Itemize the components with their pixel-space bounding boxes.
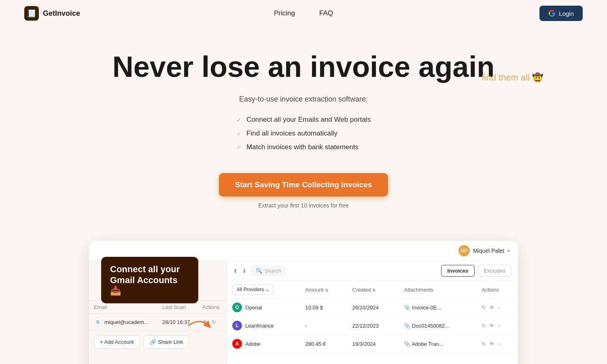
- cta-section: Start Saving Time Collecting Invoices Ex…: [8, 173, 599, 209]
- provider-cell: A Adobe: [227, 335, 300, 353]
- attachment-icon: 📎: [404, 323, 410, 329]
- logo-text: GetInvoice: [43, 9, 80, 18]
- features-list: ✓ Connect all your Emails and Web portal…: [236, 116, 371, 157]
- provider-cell: O Openai: [227, 298, 300, 317]
- attachment-cell: 📎 Invoice-0E...: [398, 298, 476, 317]
- arrow-icon: [184, 309, 216, 342]
- col-amount: Amount ⇅: [300, 281, 347, 298]
- provider-cell: L Leanfinance: [227, 317, 300, 335]
- feature-1: ✓ Connect all your Emails and Web portal…: [236, 116, 371, 124]
- hero-subtitle: Easy-to-use invoice extraction software:: [8, 95, 599, 104]
- search-placeholder: Search: [265, 268, 281, 274]
- excluded-filter-button[interactable]: Excluded: [478, 265, 511, 277]
- hero-section: Never lose an invoice again find them al…: [0, 27, 607, 225]
- view-icon[interactable]: 👁: [489, 323, 495, 329]
- sync-icon[interactable]: ↻: [482, 323, 486, 329]
- adobe-icon: A: [232, 339, 242, 349]
- row-actions: ↻ 👁 −: [476, 317, 518, 335]
- search-box[interactable]: 🔍 Search: [251, 265, 286, 276]
- row-actions: ↻ 👁 −: [476, 298, 518, 317]
- feature-3: ✓ Match invoices with bank statements: [236, 143, 371, 151]
- attachment-icon: 📎: [404, 305, 410, 311]
- nav-links: Pricing FAQ: [274, 9, 333, 17]
- pricing-link[interactable]: Pricing: [274, 9, 295, 17]
- upload-icon: ⬆: [233, 268, 238, 274]
- app-screenshot: MP Miquel Palet ▾ Connect all your Gmail…: [89, 241, 518, 364]
- navbar: 🧾 GetInvoice Pricing FAQ Login: [0, 0, 607, 27]
- all-providers-button[interactable]: All Providers ⌄: [232, 284, 274, 295]
- check-icon-2: ✓: [236, 130, 242, 138]
- hero-title: Never lose an invoice again: [112, 51, 495, 83]
- left-panel: Connect all your Gmail Accounts 📥 Email …: [89, 261, 227, 364]
- cta-button[interactable]: Start Saving Time Collecting Invoices: [219, 173, 388, 197]
- check-icon-1: ✓: [236, 116, 242, 124]
- attachment-cell: 📎 Doc01450082...: [398, 317, 476, 335]
- feature-2: ✓ Find all invoices automatically: [236, 129, 371, 138]
- invoice-row-adobe: A Adobe 280.45 € 19/3/2024 📎 Adobe Tran.…: [227, 335, 518, 353]
- download-icon: ⬇: [242, 268, 247, 274]
- logo-icon: 🧾: [24, 6, 39, 21]
- google-icon: [548, 10, 556, 17]
- user-name: Miquel Palet: [473, 248, 504, 254]
- col-actions: Actions: [476, 281, 518, 298]
- chevron-icon: ⌄: [265, 287, 270, 292]
- sync-icon[interactable]: ↻: [482, 341, 486, 347]
- attachment-cell: 📎 Adobe Tran...: [398, 335, 476, 353]
- openai-icon: O: [232, 303, 242, 312]
- minus-icon[interactable]: −: [498, 323, 501, 329]
- hero-tagline: find them all 🤠: [482, 72, 543, 83]
- leanfinance-icon: L: [232, 321, 242, 330]
- cta-subtitle: Extract your first 10 invoices for free: [8, 202, 599, 209]
- attachment-icon: 📎: [404, 341, 410, 347]
- check-icon-3: ✓: [236, 144, 242, 151]
- email-cell: G miquel@ucadem...: [89, 314, 157, 330]
- faq-link[interactable]: FAQ: [319, 9, 333, 17]
- gmail-tooltip: Connect all your Gmail Accounts 📥: [101, 257, 198, 303]
- share-link-button[interactable]: 🔗 Share Link: [144, 335, 189, 349]
- invoices-table: All Providers ⌄ Amount ⇅ Created ⇅ Attac…: [227, 281, 518, 353]
- invoice-row-leanfinance: L Leanfinance - 22/12/2023 📎 Doc01450082…: [227, 317, 518, 335]
- col-created: Created ⇅: [347, 281, 399, 298]
- col-attachments: Attachments: [398, 281, 476, 298]
- search-icon: 🔍: [256, 268, 262, 274]
- sync-icon[interactable]: ↻: [482, 305, 486, 311]
- invoices-filter-button[interactable]: Invoices: [441, 265, 474, 277]
- minus-icon[interactable]: −: [498, 305, 501, 311]
- screenshot-body: Connect all your Gmail Accounts 📥 Email …: [89, 261, 518, 364]
- user-info: MP Miquel Palet ▾: [458, 245, 510, 256]
- chevron-down-icon: ▾: [507, 248, 510, 254]
- google-mini-icon: G: [94, 318, 102, 326]
- logo: 🧾 GetInvoice: [24, 6, 80, 21]
- view-icon[interactable]: 👁: [489, 341, 495, 347]
- add-account-button[interactable]: + Add Account: [94, 335, 140, 349]
- view-icon[interactable]: 👁: [489, 305, 495, 311]
- col-provider: All Providers ⌄: [227, 281, 300, 298]
- login-label: Login: [559, 10, 574, 17]
- login-button[interactable]: Login: [539, 6, 583, 21]
- right-panel: ⬆ ⬇ 🔍 Search Invoices Excluded: [227, 261, 518, 364]
- row-actions: ↻ 👁 −: [476, 335, 518, 353]
- user-avatar: MP: [458, 245, 470, 256]
- minus-icon[interactable]: −: [498, 341, 501, 347]
- invoice-row-openai: O Openai 10.09 $ 26/10/2024 📎 Invoice-0E…: [227, 298, 518, 317]
